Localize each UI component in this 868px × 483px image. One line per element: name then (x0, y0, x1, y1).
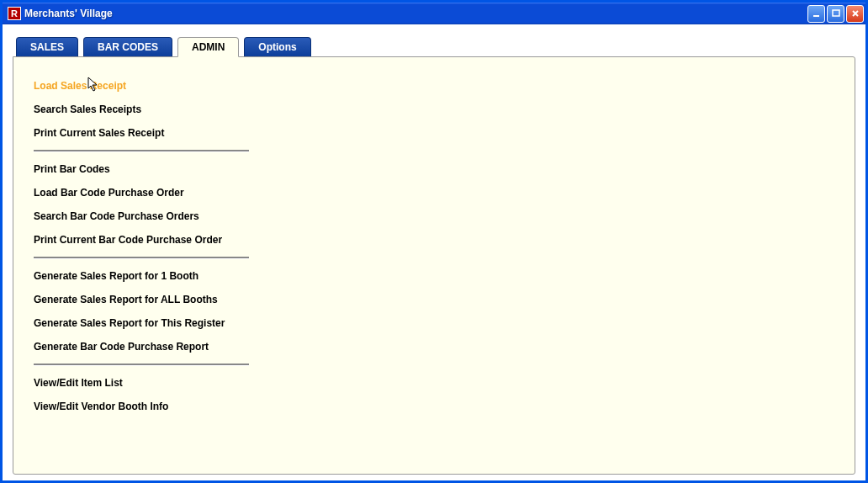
menu-load-sales-receipt[interactable]: Load Sales Receipt (34, 74, 249, 98)
menu-print-current-bar-code-po[interactable]: Print Current Bar Code Purchase Order (34, 228, 249, 252)
app-icon: R (8, 7, 21, 20)
tab-options[interactable]: Options (244, 37, 310, 56)
tab-sales[interactable]: SALES (16, 37, 78, 56)
admin-panel: Load Sales Receipt Search Sales Receipts… (13, 56, 855, 475)
svg-rect-1 (833, 10, 839, 16)
close-button[interactable] (846, 5, 864, 23)
menu-print-current-sales-receipt[interactable]: Print Current Sales Receipt (34, 121, 249, 145)
maximize-button[interactable] (827, 5, 844, 23)
menu-search-bar-code-pos[interactable]: Search Bar Code Purchase Orders (34, 204, 249, 228)
menu-gen-sales-report-this-register[interactable]: Generate Sales Report for This Register (34, 311, 249, 335)
menu-search-sales-receipts[interactable]: Search Sales Receipts (34, 98, 249, 121)
svg-rect-0 (813, 15, 819, 17)
close-icon (850, 8, 860, 19)
minimize-button[interactable] (807, 5, 825, 23)
menu-divider (34, 150, 249, 152)
maximize-icon (831, 8, 841, 19)
titlebar: R Merchants' Village (3, 3, 865, 24)
client-area: SALES BAR CODES ADMIN Options Load Sales… (3, 24, 865, 480)
window-title: Merchants' Village (24, 8, 113, 19)
tabbar: SALES BAR CODES ADMIN Options (16, 37, 855, 56)
menu-load-bar-code-po[interactable]: Load Bar Code Purchase Order (34, 181, 249, 204)
menu-gen-sales-report-all-booths[interactable]: Generate Sales Report for ALL Booths (34, 288, 249, 311)
menu-gen-sales-report-1-booth[interactable]: Generate Sales Report for 1 Booth (34, 264, 249, 288)
menu-divider (34, 257, 249, 259)
menu-view-edit-item-list[interactable]: View/Edit Item List (34, 371, 249, 395)
app-window: R Merchants' Village SALES BAR CODES ADM… (0, 0, 868, 483)
admin-menu: Load Sales Receipt Search Sales Receipts… (34, 74, 249, 418)
menu-print-bar-codes[interactable]: Print Bar Codes (34, 157, 249, 181)
tab-admin[interactable]: ADMIN (177, 37, 239, 57)
menu-view-edit-vendor-booth-info[interactable]: View/Edit Vendor Booth Info (34, 395, 249, 418)
window-controls (807, 5, 864, 23)
menu-gen-bar-code-purchase-report[interactable]: Generate Bar Code Purchase Report (34, 335, 249, 358)
minimize-icon (812, 8, 822, 19)
tab-barcodes[interactable]: BAR CODES (83, 37, 172, 56)
menu-divider (34, 364, 249, 366)
